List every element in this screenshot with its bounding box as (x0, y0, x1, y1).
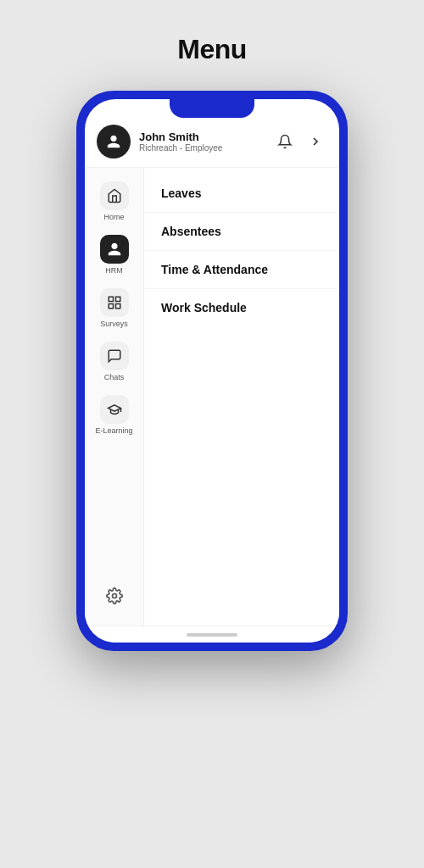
svg-rect-0 (109, 297, 113, 301)
home-indicator (187, 633, 237, 637)
user-name: John Smith (139, 131, 265, 143)
phone-bottom-bar (85, 626, 339, 643)
sidebar-bottom (97, 573, 132, 619)
phone-notch (170, 99, 254, 118)
sidebar-chats-label: Chats (104, 373, 125, 381)
menu-item-work-schedule[interactable]: Work Schedule (144, 289, 339, 326)
surveys-icon-wrap (100, 288, 129, 317)
sidebar-hrm-label: HRM (105, 266, 123, 275)
phone-shell: John Smith Richreach - Employee (76, 91, 348, 651)
menu-item-leaves[interactable]: Leaves (144, 175, 339, 213)
elearning-icon-wrap (100, 395, 129, 424)
sidebar-item-chats[interactable]: Chats (85, 335, 143, 388)
menu-item-time-attendance[interactable]: Time & Attendance (144, 251, 339, 289)
notification-bell-button[interactable] (273, 130, 297, 153)
page-title: Menu (177, 34, 247, 65)
home-icon-wrap (100, 181, 129, 210)
sidebar-item-home[interactable]: Home (85, 175, 143, 228)
phone-content: Home HRM (85, 168, 339, 626)
sidebar-elearning-label: E-Learning (95, 426, 132, 435)
svg-rect-2 (115, 304, 120, 309)
sidebar: Home HRM (85, 168, 144, 626)
sidebar-home-label: Home (103, 213, 124, 221)
sidebar-surveys-label: Surveys (100, 320, 128, 328)
svg-rect-3 (109, 304, 113, 309)
settings-button[interactable] (100, 581, 129, 610)
header-icons (273, 130, 327, 153)
svg-point-4 (112, 594, 116, 598)
menu-item-absentees[interactable]: Absentees (144, 213, 339, 251)
sidebar-item-elearning[interactable]: E-Learning (85, 388, 143, 442)
hrm-icon-wrap (100, 235, 129, 264)
chevron-right-button[interactable] (304, 130, 327, 153)
user-role: Richreach - Employee (139, 143, 265, 153)
svg-rect-1 (115, 297, 120, 301)
menu-list: Leaves Absentees Time & Attendance Work … (144, 168, 339, 626)
user-info: John Smith Richreach - Employee (139, 131, 265, 153)
chats-icon-wrap (100, 342, 129, 370)
avatar (97, 125, 131, 159)
phone-inner: John Smith Richreach - Employee (85, 99, 339, 643)
sidebar-item-surveys[interactable]: Surveys (85, 281, 143, 335)
sidebar-item-hrm[interactable]: HRM (85, 228, 143, 281)
